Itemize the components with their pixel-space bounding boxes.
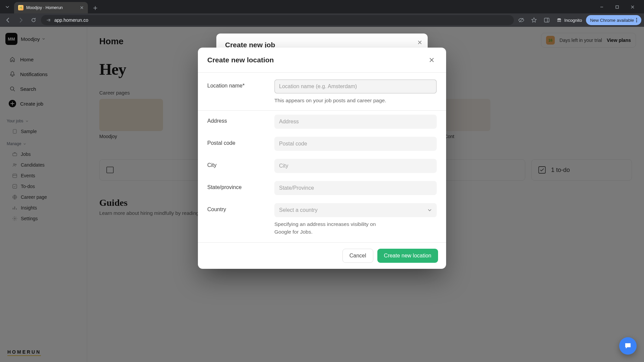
bookmark-icon[interactable]	[529, 15, 539, 25]
location-name-hint: This appears on your job posts and caree…	[274, 97, 437, 104]
browser-toolbar: app.homerun.co Incognito New Chrome avai…	[0, 13, 644, 27]
modal-close-button[interactable]	[427, 55, 437, 65]
intercom-launcher[interactable]	[619, 337, 637, 355]
nav-reload-button[interactable]	[28, 15, 39, 25]
cancel-button[interactable]: Cancel	[342, 249, 373, 263]
city-label: City	[207, 159, 268, 168]
svg-rect-3	[48, 20, 50, 21]
window-close-button[interactable]	[625, 2, 640, 12]
svg-point-6	[559, 20, 561, 22]
nav-back-button[interactable]	[3, 15, 13, 25]
svg-point-7	[636, 18, 637, 19]
incognito-label: Incognito	[564, 18, 582, 23]
tab-search-button[interactable]	[3, 2, 12, 12]
browser-tab-active[interactable]: H Moodjoy · Homerun ✕	[14, 2, 88, 13]
postal-code-label: Postal code	[207, 137, 268, 146]
tab-favicon: H	[18, 5, 23, 10]
svg-point-9	[636, 21, 637, 22]
kebab-icon	[636, 18, 637, 22]
svg-point-5	[557, 20, 559, 22]
nav-forward-button[interactable]	[15, 15, 26, 25]
svg-point-1	[47, 20, 48, 20]
svg-rect-2	[48, 19, 50, 20]
address-bar[interactable]: app.homerun.co	[41, 15, 514, 25]
chrome-update-chip[interactable]: New Chrome available	[586, 15, 641, 25]
create-location-modal: Create new location Location name* This …	[198, 48, 446, 269]
svg-rect-4	[544, 18, 549, 22]
address-text: app.homerun.co	[54, 17, 509, 23]
country-hint: Specifying an address increases visibili…	[274, 221, 385, 236]
location-name-label: Location name*	[207, 79, 268, 89]
window-controls	[594, 2, 640, 12]
chevron-down-icon	[427, 208, 432, 213]
country-select-placeholder: Select a country	[279, 207, 318, 213]
postal-code-input[interactable]	[274, 137, 437, 151]
svg-rect-0	[616, 6, 619, 8]
address-input[interactable]	[274, 115, 437, 129]
state-label: State/province	[207, 181, 268, 190]
address-label: Address	[207, 115, 268, 124]
modal-title: Create new location	[207, 56, 274, 64]
browser-chrome: H Moodjoy · Homerun ✕ app.homerun.co Inc…	[0, 0, 644, 27]
browser-tabbar: H Moodjoy · Homerun ✕	[0, 0, 644, 13]
window-maximize-button[interactable]	[610, 2, 625, 12]
chrome-update-label: New Chrome available	[590, 18, 634, 23]
eye-off-icon[interactable]	[516, 15, 527, 25]
city-input[interactable]	[274, 159, 437, 173]
country-label: Country	[207, 203, 268, 213]
close-icon	[429, 57, 435, 63]
incognito-icon	[556, 17, 562, 23]
chat-icon	[624, 342, 632, 350]
tab-close-icon[interactable]: ✕	[80, 5, 84, 10]
side-panel-icon[interactable]	[541, 15, 552, 25]
incognito-indicator[interactable]: Incognito	[554, 17, 584, 23]
create-location-button[interactable]: Create new location	[377, 249, 438, 263]
new-tab-button[interactable]	[91, 3, 100, 13]
close-icon[interactable]: ✕	[417, 39, 422, 46]
country-select[interactable]: Select a country	[274, 203, 437, 217]
svg-point-8	[636, 20, 637, 21]
state-input[interactable]	[274, 181, 437, 195]
location-name-input[interactable]	[274, 79, 437, 94]
site-info-icon[interactable]	[46, 17, 51, 23]
tab-title: Moodjoy · Homerun	[26, 5, 77, 10]
window-minimize-button[interactable]	[594, 2, 609, 12]
